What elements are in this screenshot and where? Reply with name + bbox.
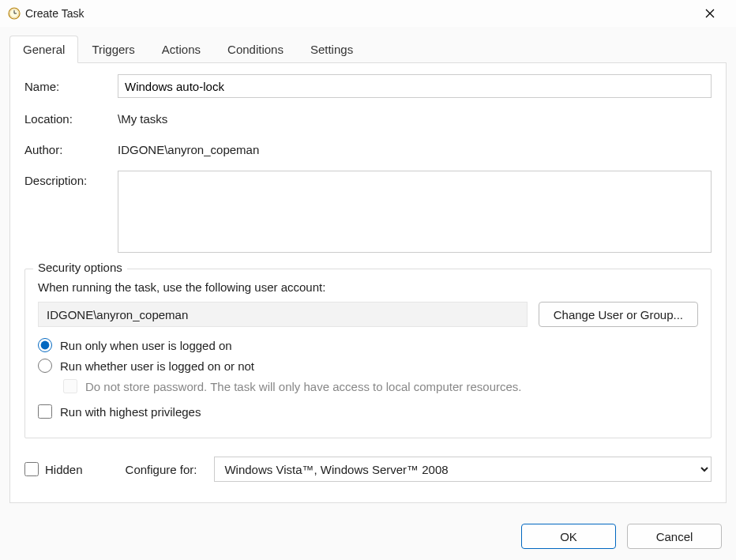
location-value: \My tasks [118,109,712,129]
radio-run-whether-label: Run whether user is logged on or not [60,359,254,373]
location-row: Location: \My tasks [24,109,712,129]
tab-triggers[interactable]: Triggers [78,36,148,63]
description-row: Description: [24,171,712,253]
checkbox-no-store-password: Do not store password. The task will onl… [38,379,698,393]
checkbox-hidden[interactable]: Hidden [24,462,83,476]
titlebar: Create Task [0,0,736,27]
create-task-dialog: Create Task General Triggers Actions Con… [0,0,736,560]
radio-run-whether-input[interactable] [38,359,52,373]
name-row: Name: [24,74,712,98]
checkbox-hidden-label: Hidden [45,463,83,476]
tab-conditions[interactable]: Conditions [214,36,297,63]
window-title: Create Task [21,7,692,20]
radio-run-whether[interactable]: Run whether user is logged on or not [38,359,698,373]
tab-general[interactable]: General [9,36,78,63]
account-row: IDGONE\anyron_copeman Change User or Gro… [38,302,698,327]
author-row: Author: IDGONE\anyron_copeman [24,140,712,160]
description-label: Description: [24,171,111,187]
tab-panel-general: Name: Location: \My tasks Author: IDGONE… [9,63,727,503]
checkbox-highest-privileges[interactable]: Run with highest privileges [38,404,698,419]
cancel-button[interactable]: Cancel [627,524,722,549]
radio-run-logged-on-input[interactable] [38,338,52,352]
security-options-legend: Security options [33,261,127,274]
radio-run-logged-on-label: Run only when user is logged on [60,339,232,352]
checkbox-no-store-password-input [63,379,77,393]
author-label: Author: [24,143,111,156]
tab-actions[interactable]: Actions [148,36,214,63]
close-button[interactable] [692,2,728,25]
location-label: Location: [24,112,111,126]
configure-for-select[interactable]: Windows Vista™, Windows Server™ 2008 [214,457,712,482]
checkbox-hidden-input[interactable] [24,462,39,476]
description-input[interactable] [118,171,712,253]
name-input[interactable] [118,74,712,98]
dialog-body: General Triggers Actions Conditions Sett… [0,27,736,513]
tab-settings[interactable]: Settings [297,36,366,63]
clock-icon [8,7,21,20]
checkbox-highest-privileges-input[interactable] [38,404,52,419]
tabstrip: General Triggers Actions Conditions Sett… [9,35,727,63]
configure-for-label: Configure for: [126,463,197,476]
radio-run-logged-on[interactable]: Run only when user is logged on [38,338,698,352]
dialog-button-bar: OK Cancel [0,513,736,560]
change-user-button[interactable]: Change User or Group... [539,302,698,327]
name-label: Name: [24,80,111,93]
ok-button[interactable]: OK [521,524,616,549]
checkbox-highest-privileges-label: Run with highest privileges [60,405,201,419]
checkbox-no-store-password-label: Do not store password. The task will onl… [85,380,521,393]
security-options-group: Security options When running the task, … [24,269,712,438]
bottom-row: Hidden Configure for: Windows Vista™, Wi… [24,456,712,483]
author-value: IDGONE\anyron_copeman [118,140,712,160]
close-icon [705,9,715,18]
user-account-value: IDGONE\anyron_copeman [38,302,528,327]
when-running-text: When running the task, use the following… [38,280,698,294]
